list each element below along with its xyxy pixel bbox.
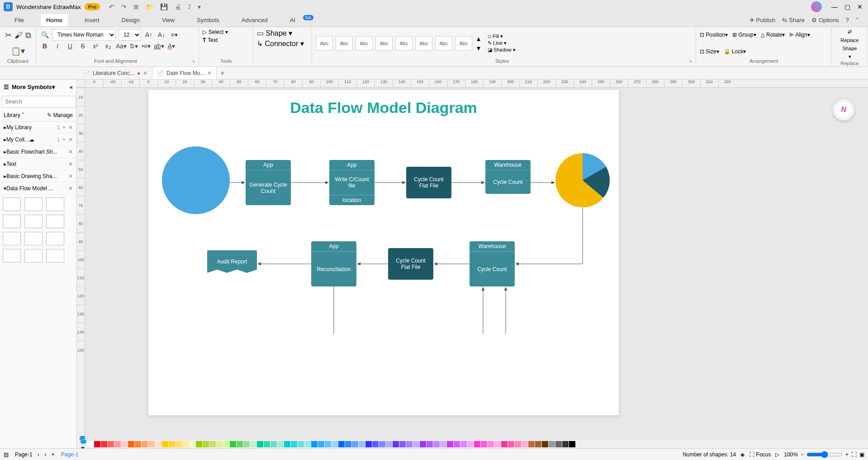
color-swatch[interactable] (237, 441, 243, 447)
remove-icon[interactable]: ✕ (68, 185, 73, 192)
tab-close-icon[interactable]: ✕ (143, 70, 147, 76)
avatar[interactable] (811, 1, 822, 12)
focus-button[interactable]: ⛶ Focus (749, 451, 771, 458)
color-swatch[interactable] (562, 441, 569, 447)
align-dropdown-icon[interactable]: ≡▾ (169, 31, 179, 38)
line-spacing-icon[interactable]: ⇅▾ (128, 42, 138, 50)
color-swatch[interactable] (365, 441, 372, 447)
bold-icon[interactable]: B (40, 42, 50, 50)
color-swatch[interactable] (413, 441, 419, 447)
styles-dialog-icon[interactable]: ↘ (688, 58, 692, 63)
color-swatch[interactable] (372, 441, 379, 447)
color-swatch[interactable] (460, 441, 467, 447)
node-warehouse-2[interactable]: Warehouse Cycle Count (470, 241, 515, 286)
menu-advanced[interactable]: Advanced (236, 14, 273, 26)
color-swatch[interactable] (467, 441, 474, 447)
color-swatch[interactable] (359, 441, 365, 447)
style-preset-8[interactable]: Abc (455, 36, 472, 51)
menu-view[interactable]: View (157, 14, 180, 26)
shape-stencil[interactable] (46, 215, 64, 228)
shape-stencil[interactable] (24, 215, 43, 228)
color-swatch[interactable] (203, 441, 209, 447)
fill-button[interactable]: ◇ Fill ▾ (488, 33, 516, 39)
shape-stencil[interactable] (24, 249, 43, 263)
color-swatch[interactable] (311, 441, 318, 447)
export-icon[interactable]: ⤴ (188, 3, 191, 10)
subscript-icon[interactable]: x₂ (103, 42, 113, 50)
color-swatch[interactable] (209, 441, 216, 447)
style-preset-3[interactable]: Abc (356, 36, 373, 51)
library-toggle[interactable]: Library ˄ (4, 112, 24, 118)
case-icon[interactable]: Aa▾ (116, 42, 126, 50)
color-swatch[interactable] (488, 441, 494, 447)
color-swatch[interactable] (101, 441, 107, 447)
superscript-icon[interactable]: x² (90, 42, 100, 50)
publish-button[interactable]: ✈ Publish (749, 17, 776, 23)
color-swatch[interactable] (427, 441, 433, 447)
style-preset-5[interactable]: Abc (395, 36, 413, 51)
color-swatch[interactable] (277, 441, 284, 447)
color-swatch[interactable] (304, 441, 311, 447)
color-swatch[interactable] (440, 441, 446, 447)
import-icon[interactable]: ⤵ (57, 124, 60, 131)
color-swatch[interactable] (223, 441, 229, 447)
style-preset-1[interactable]: Abc (316, 36, 333, 51)
color-swatch[interactable] (162, 441, 168, 447)
shape-stencil[interactable] (3, 197, 21, 211)
add-icon[interactable]: + (62, 136, 66, 143)
collapse-ribbon-icon[interactable]: ˄ (856, 17, 859, 23)
shape-stencil[interactable] (3, 249, 21, 263)
color-swatch[interactable] (399, 441, 406, 447)
color-swatch[interactable] (114, 441, 121, 447)
style-preset-7[interactable]: Abc (435, 36, 452, 51)
shape-stencil[interactable] (46, 249, 64, 263)
page[interactable]: Data Flow Model Diagram App Generate Cyc… (148, 90, 619, 415)
color-swatch[interactable] (406, 441, 413, 447)
zoom-out-icon[interactable]: − (801, 451, 804, 458)
size-button[interactable]: ⊡ Size▾ (700, 48, 719, 55)
color-swatch[interactable] (257, 441, 263, 447)
menu-ai[interactable]: AI (285, 14, 301, 26)
node-cycle-count-flat-1[interactable]: Cycle Count Flat File (406, 167, 451, 198)
highlight-icon[interactable]: ab▾ (154, 42, 164, 50)
color-swatch[interactable] (528, 441, 535, 447)
redo-icon[interactable]: ↷ (121, 3, 127, 10)
globe-shape[interactable] (162, 146, 230, 214)
color-swatch[interactable] (555, 441, 562, 447)
color-swatch[interactable] (291, 441, 297, 447)
tab-literature[interactable]: 📄 Literature Conc... ● ✕ (79, 67, 152, 79)
color-swatch[interactable] (94, 441, 100, 447)
menu-design[interactable]: Design (116, 14, 145, 26)
color-swatch[interactable] (386, 441, 392, 447)
underline-icon[interactable]: U (65, 42, 75, 50)
rotate-button[interactable]: △ Rotate▾ (761, 32, 785, 38)
color-swatch[interactable] (148, 441, 155, 447)
color-swatch[interactable] (108, 441, 114, 447)
color-swatch[interactable] (325, 441, 331, 447)
color-swatch[interactable] (142, 441, 148, 447)
color-swatch[interactable] (121, 441, 128, 447)
fit-page-icon[interactable]: ⛶ (851, 451, 857, 458)
color-swatch[interactable] (182, 441, 189, 447)
color-swatch[interactable] (474, 441, 480, 447)
shape-stencil[interactable] (24, 232, 43, 245)
color-swatch[interactable] (155, 441, 161, 447)
lib-data-flow-model[interactable]: ▾ Data Flow Model ...✕ (0, 183, 76, 195)
color-swatch[interactable] (501, 441, 508, 447)
line-button[interactable]: ✎ Line ▾ (488, 40, 516, 46)
node-app-reconciliation[interactable]: App Reconciliation (311, 241, 356, 286)
new-icon[interactable]: ⊞ (133, 3, 139, 10)
maximize-icon[interactable]: ▢ (843, 3, 852, 10)
color-swatch[interactable] (264, 441, 270, 447)
color-swatch[interactable] (250, 441, 256, 447)
color-swatch[interactable] (542, 441, 548, 447)
color-swatch[interactable] (175, 441, 182, 447)
color-swatch[interactable] (332, 441, 338, 447)
canvas[interactable]: Data Flow Model Diagram App Generate Cyc… (85, 88, 868, 440)
paste-icon[interactable]: 📋▾ (11, 46, 25, 56)
color-swatch[interactable] (135, 441, 141, 447)
color-swatch[interactable] (216, 441, 223, 447)
prev-page-icon[interactable]: ‹ (38, 451, 39, 458)
search-input[interactable] (2, 96, 76, 108)
menu-home[interactable]: Home (41, 14, 68, 26)
